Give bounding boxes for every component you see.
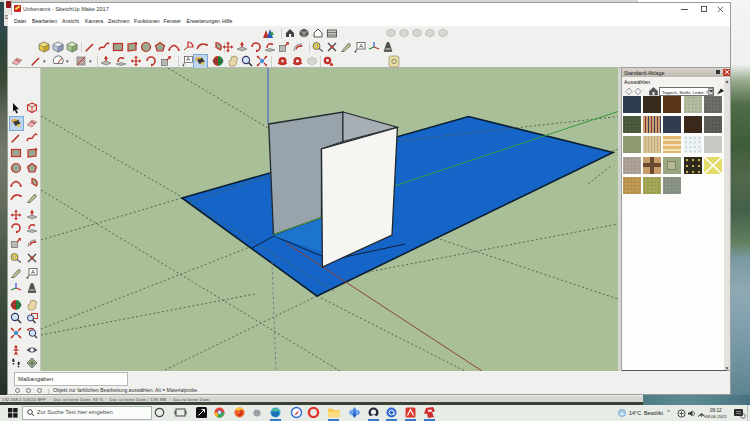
svg-text:A: A — [186, 56, 190, 62]
svg-text:A: A — [31, 269, 35, 275]
svg-text:A: A — [359, 43, 363, 49]
